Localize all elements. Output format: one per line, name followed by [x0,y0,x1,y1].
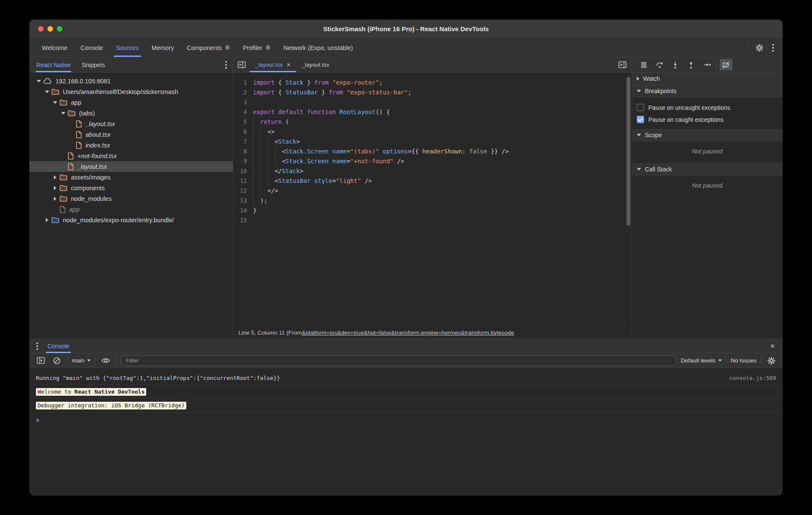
code-line-5[interactable]: 5return ( [233,117,632,127]
log-source-link[interactable]: console.js:589 [729,375,776,381]
line-number[interactable]: 15 [233,215,253,225]
step-into-icon[interactable] [669,59,682,71]
tree-item-users-amanhimself-desktop-stickersmash[interactable]: Users/amanhimself/Desktop/stickersmash [29,86,233,97]
collapsed-arrow-icon[interactable] [54,186,56,190]
line-number[interactable]: 6 [233,127,253,137]
issues-counter[interactable]: No Issues [731,357,756,364]
expanded-arrow-icon[interactable] [53,101,57,104]
code-line-13[interactable]: 13); [233,196,632,206]
expanded-arrow-icon[interactable] [61,112,65,115]
line-number[interactable]: 2 [233,88,253,97]
code-line-7[interactable]: 7<Stack> [233,137,632,147]
tab-memory[interactable]: Memory [145,38,180,57]
close-window-button[interactable] [38,26,44,32]
console-settings-gear-icon[interactable] [765,355,777,367]
code-line-9[interactable]: 9<Stack.Screen name="+not-found" /> [233,156,632,166]
call-stack-section-header[interactable]: Call Stack [632,163,783,176]
line-number[interactable]: 14 [233,206,253,215]
settings-gear-icon[interactable] [753,42,765,54]
close-drawer-icon[interactable]: × [768,341,777,351]
tab-sources[interactable]: Sources [109,38,145,57]
line-number[interactable]: 13 [233,196,253,206]
drawer-more-options-icon[interactable] [35,341,40,352]
live-expression-eye-icon[interactable] [100,355,112,367]
code-line-4[interactable]: 4export default function RootLayout() { [233,107,632,117]
scope-section-header[interactable]: Scope [632,129,783,141]
tree-item-about-tsx[interactable]: about.tsx [29,129,233,140]
tree-item-tabs[interactable]: (tabs) [29,108,233,118]
code-line-10[interactable]: 10</Stack> [233,166,632,176]
console-filter-input[interactable] [121,356,677,366]
code-line-1[interactable]: 1import { Stack } from "expo-router"; [233,78,632,88]
pause-caught-checkbox[interactable] [637,116,644,123]
deactivate-breakpoints-icon[interactable] [720,59,733,71]
line-number[interactable]: 10 [233,166,253,176]
editor-scrollbar[interactable] [627,77,630,226]
console-prompt[interactable]: > [29,412,783,428]
tree-item-components[interactable]: components [29,182,233,193]
collapsed-arrow-icon[interactable] [54,175,56,180]
line-number[interactable]: 5 [233,117,253,127]
tab-welcome[interactable]: Welcome [35,38,74,57]
tree-item-app[interactable]: app [29,204,233,215]
line-number[interactable]: 12 [233,186,253,196]
watch-section-header[interactable]: Watch [632,73,783,85]
pause-on-caught-exceptions-row[interactable]: Pause on caught exceptions [632,113,783,125]
line-number[interactable]: 7 [233,137,253,147]
tree-item-app[interactable]: app [29,97,233,108]
code-line-8[interactable]: 8<Stack.Screen name="(tabs)" options={{ … [233,147,632,156]
code-line-2[interactable]: 2import { StatusBar } from "expo-status-… [233,88,632,97]
tree-item-layout-tsx[interactable]: _layout.tsx [29,161,233,172]
minimize-window-button[interactable] [47,26,53,32]
step-out-icon[interactable] [685,59,697,71]
clear-console-icon[interactable] [51,355,63,367]
show-debugger-panel-icon[interactable] [616,59,628,71]
code-line-6[interactable]: 6<> [233,127,632,137]
context-selector[interactable]: main [72,357,91,364]
source-map-link[interactable]: &platform=ios&dev=true&hot=false&transfo… [302,330,514,336]
code-line-11[interactable]: 11<StatusBar style="light" /> [233,176,632,186]
collapsed-arrow-icon[interactable] [54,197,56,201]
line-number[interactable]: 3 [233,97,253,107]
log-levels-selector[interactable]: Default levels [681,357,722,364]
code-line-12[interactable]: 12</> [233,186,632,196]
zoom-window-button[interactable] [57,26,62,32]
tab-console[interactable]: Console [74,38,109,57]
code-line-14[interactable]: 14} [233,206,632,215]
editor-tab-layout-tsx[interactable]: _layout.tsx [296,57,335,72]
code-line-3[interactable]: 3 [233,97,632,107]
step-over-icon[interactable] [653,59,666,71]
tree-item-layout-tsx[interactable]: _layout.tsx [29,118,233,129]
line-number[interactable]: 4 [233,107,253,117]
more-options-icon[interactable] [771,42,776,53]
navigator-tab-react-native[interactable]: React Native [36,57,71,72]
breakpoints-section-header[interactable]: Breakpoints [632,85,783,97]
code-line-15[interactable]: 15 [233,215,632,225]
console-sidebar-icon[interactable] [35,355,47,367]
tab-network[interactable]: Network (Expo, unstable) [277,38,359,57]
tree-item-not-found-tsx[interactable]: +not-found.tsx [29,150,233,161]
navigator-more-options-icon[interactable] [224,59,229,71]
code-editor[interactable]: 1import { Stack } from "expo-router";2im… [233,73,632,326]
drawer-tab-console[interactable]: Console [46,339,71,353]
line-number[interactable]: 9 [233,156,253,166]
pause-script-icon[interactable] [637,59,650,71]
step-icon[interactable] [700,59,713,71]
close-tab-icon[interactable]: × [287,62,291,68]
collapsed-arrow-icon[interactable] [46,218,48,222]
tree-item-192-168-0-105-8081[interactable]: 192.168.0.105:8081 [29,76,233,86]
tree-item-index-tsx[interactable]: index.tsx [29,140,233,150]
tree-item-node-modules-expo-router-entry-bundle[interactable]: node_modules/expo-router/entry.bundle/ [29,215,233,225]
tree-item-assets-images[interactable]: assets/images [29,172,233,182]
editor-tab-layout-tsx-active[interactable]: _layout.tsx × [250,57,296,72]
tree-item-node-modules[interactable]: node_modules [29,193,233,204]
tab-components[interactable]: Components [180,38,236,57]
pause-uncaught-checkbox[interactable] [637,104,644,111]
line-number[interactable]: 1 [233,78,253,88]
tab-profiler[interactable]: Profiler [236,38,277,57]
expanded-arrow-icon[interactable] [37,80,41,82]
navigator-tab-snippets[interactable]: Snippets [82,57,105,72]
expanded-arrow-icon[interactable] [45,91,49,93]
toggle-navigator-icon[interactable] [233,57,250,72]
pause-on-uncaught-exceptions-row[interactable]: Pause on uncaught exceptions [632,101,783,113]
